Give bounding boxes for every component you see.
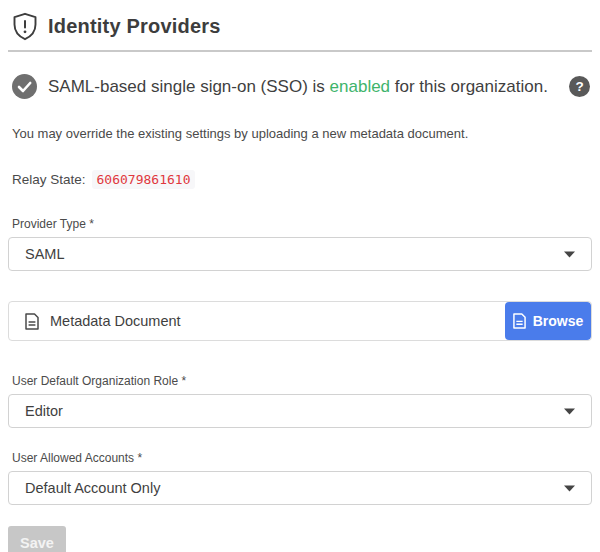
allowed-accounts-value: Default Account Only (25, 480, 160, 496)
relay-state-label: Relay State: (12, 172, 86, 187)
chevron-down-icon (564, 251, 575, 258)
provider-type-label: Provider Type * (8, 217, 592, 231)
default-role-select[interactable]: Editor (8, 394, 592, 428)
status-suffix: for this organization. (390, 77, 548, 96)
status-prefix: SAML-based single sign-on (SSO) is (48, 77, 330, 96)
metadata-document-input[interactable]: Metadata Document (9, 302, 505, 340)
provider-type-select[interactable]: SAML (8, 237, 592, 271)
save-button[interactable]: Save (8, 526, 66, 552)
override-description: You may override the existing settings b… (8, 126, 592, 141)
provider-type-value: SAML (25, 246, 65, 262)
browse-button[interactable]: Browse (505, 302, 591, 340)
sso-status-text: SAML-based single sign-on (SSO) is enabl… (48, 77, 548, 97)
document-icon-white (513, 313, 526, 329)
sso-status-row: SAML-based single sign-on (SSO) is enabl… (8, 74, 592, 99)
document-icon (25, 313, 39, 330)
relay-state-value: 606079861610 (92, 170, 196, 189)
shield-exclamation-icon (12, 12, 38, 41)
identity-providers-page: Identity Providers SAML-based single sig… (0, 0, 600, 552)
metadata-document-row: Metadata Document Browse (8, 301, 592, 341)
page-header: Identity Providers (8, 8, 592, 43)
default-role-value: Editor (25, 403, 63, 419)
help-icon[interactable]: ? (569, 76, 590, 97)
page-title: Identity Providers (48, 15, 221, 38)
svg-text:?: ? (575, 79, 583, 94)
allowed-accounts-label: User Allowed Accounts * (8, 451, 592, 465)
metadata-document-placeholder: Metadata Document (50, 313, 181, 329)
check-circle-icon (12, 74, 37, 99)
chevron-down-icon (564, 485, 575, 492)
header-divider (8, 50, 592, 52)
allowed-accounts-field: User Allowed Accounts * Default Account … (8, 451, 592, 505)
chevron-down-icon (564, 408, 575, 415)
browse-button-label: Browse (533, 313, 584, 329)
relay-state-row: Relay State: 606079861610 (8, 170, 592, 189)
allowed-accounts-select[interactable]: Default Account Only (8, 471, 592, 505)
default-role-field: User Default Organization Role * Editor (8, 374, 592, 428)
default-role-label: User Default Organization Role * (8, 374, 592, 388)
status-enabled: enabled (330, 77, 391, 96)
provider-type-field: Provider Type * SAML (8, 217, 592, 271)
